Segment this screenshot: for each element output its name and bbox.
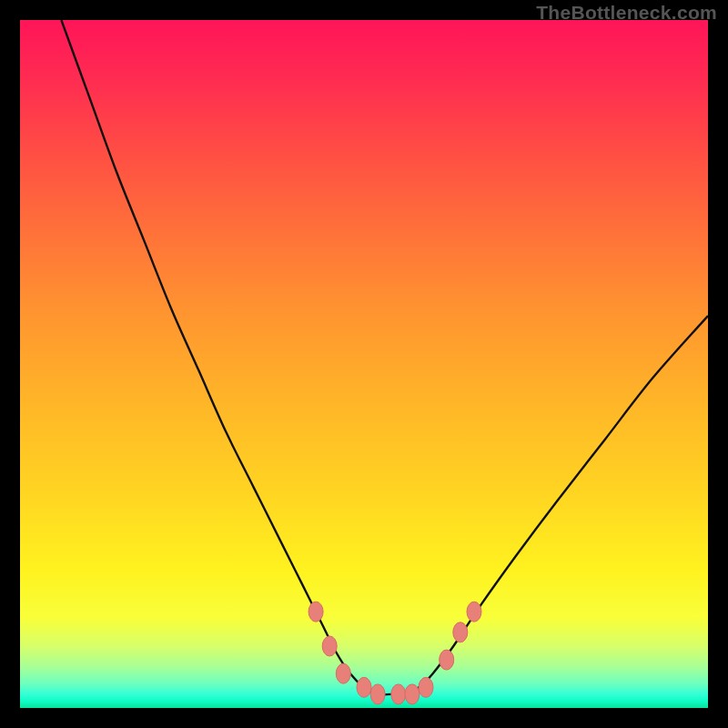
chart-svg <box>20 20 708 708</box>
watermark-text: TheBottleneck.com <box>536 2 717 24</box>
curve-marker <box>467 602 481 622</box>
bottleneck-curve <box>61 20 708 694</box>
curve-marker <box>370 684 385 704</box>
curve-marker <box>419 677 433 697</box>
curve-marker <box>322 636 337 656</box>
plot-background <box>20 20 708 708</box>
curve-marker <box>440 650 454 670</box>
curve-marker <box>453 622 468 642</box>
curve-marker <box>405 684 420 704</box>
curve-marker <box>336 663 350 683</box>
curve-marker <box>391 684 406 704</box>
curve-markers <box>308 602 481 704</box>
chart-frame: TheBottleneck.com <box>0 0 728 728</box>
curve-marker <box>357 677 371 697</box>
curve-marker <box>308 602 323 622</box>
